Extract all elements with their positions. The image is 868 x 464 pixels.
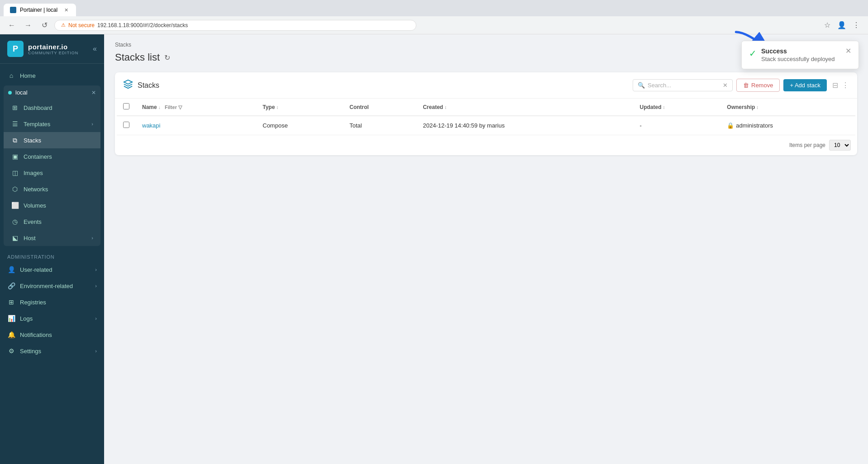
sidebar-item-settings[interactable]: ⚙ Settings › <box>0 343 104 359</box>
dashboard-icon: ⊞ <box>11 104 19 112</box>
items-per-page-select[interactable]: 10 25 50 <box>829 140 851 151</box>
security-icon: ⚠ <box>61 22 66 28</box>
name-sort-icon[interactable]: ↓ <box>158 105 161 110</box>
local-section: local ✕ ⊞ Dashboard ☰ Templates › ⧉ Stac… <box>4 85 100 246</box>
stack-name-link[interactable]: wakapi <box>142 122 160 129</box>
ownership-sort-icon[interactable]: ↕ <box>756 105 758 110</box>
notifications-icon: 🔔 <box>7 331 15 339</box>
back-button[interactable]: ← <box>5 19 18 32</box>
bookmark-button[interactable]: ☆ <box>821 19 834 32</box>
sidebar-item-events-label: Events <box>24 218 42 225</box>
sidebar-item-dashboard[interactable]: ⊞ Dashboard <box>4 99 100 116</box>
search-box: 🔍 ✕ <box>633 79 733 91</box>
host-chevron-icon: › <box>91 235 93 241</box>
add-stack-label: + Add stack <box>790 82 820 89</box>
stack-created: 2024-12-19 14:40:59 by marius <box>416 116 633 135</box>
stacks-panel: Stacks 🔍 ✕ 🗑 Remove + Add stack ⊟ <box>115 72 857 155</box>
sidebar-item-logs-label: Logs <box>20 315 33 322</box>
browser-actions: ☆ 👤 ⋮ <box>821 19 863 32</box>
local-close-button[interactable]: ✕ <box>91 90 96 96</box>
toast-message: Stack successfully deployed <box>761 56 837 62</box>
sidebar-item-volumes[interactable]: ⬜ Volumes <box>4 197 100 213</box>
environment-related-chevron-icon: › <box>95 283 97 289</box>
stack-control: Total <box>343 116 416 135</box>
sidebar-item-stacks[interactable]: ⧉ Stacks <box>4 132 100 148</box>
col-header-control: Control <box>343 99 416 116</box>
col-header-created: Created↕ <box>416 99 633 116</box>
sidebar-item-volumes-label: Volumes <box>24 202 46 209</box>
settings-chevron-icon: › <box>95 348 97 354</box>
tab-close-button[interactable]: ✕ <box>62 6 70 14</box>
sidebar-item-events[interactable]: ◷ Events <box>4 213 100 230</box>
stack-ownership: 🔒administrators <box>720 116 855 135</box>
updated-sort-icon[interactable]: ↕ <box>663 105 665 110</box>
sidebar-logo: P portainer.io COMMUNITY EDITION « <box>0 34 104 64</box>
local-status-dot <box>8 91 12 95</box>
type-sort-icon[interactable]: ↕ <box>276 105 278 110</box>
user-related-icon: 👤 <box>7 265 15 274</box>
sidebar-item-home[interactable]: ⌂ Home <box>0 67 104 84</box>
sidebar-item-images[interactable]: ◫ Images <box>4 165 100 181</box>
toast-close-button[interactable]: ✕ <box>845 47 851 55</box>
address-bar[interactable]: ⚠ Not secure 192.168.1.18:9000/#!/2/dock… <box>54 20 416 31</box>
search-icon: 🔍 <box>638 82 645 89</box>
sidebar: P portainer.io COMMUNITY EDITION « ⌂ Hom… <box>0 34 104 464</box>
select-all-checkbox[interactable] <box>123 103 129 109</box>
more-options-button[interactable]: ⋮ <box>842 81 849 90</box>
sidebar-item-environment-related[interactable]: 🔗 Environment-related › <box>0 278 104 294</box>
sidebar-item-templates[interactable]: ☰ Templates › <box>4 116 100 132</box>
sidebar-item-networks-label: Networks <box>24 186 48 193</box>
menu-button[interactable]: ⋮ <box>850 19 863 32</box>
environment-related-icon: 🔗 <box>7 282 15 290</box>
sidebar-item-images-label: Images <box>24 170 43 176</box>
sidebar-item-user-related[interactable]: 👤 User-related › <box>0 261 104 278</box>
logs-icon: 📊 <box>7 314 15 322</box>
search-clear-button[interactable]: ✕ <box>723 82 728 89</box>
items-per-page-label: Items per page <box>789 142 825 148</box>
name-filter-button[interactable]: Filter ▽ <box>165 104 182 110</box>
logo-icon: P <box>7 41 24 57</box>
sidebar-item-networks[interactable]: ⬡ Networks <box>4 181 100 197</box>
sidebar-item-registries-label: Registries <box>20 299 46 306</box>
toast-content: Success Stack successfully deployed <box>761 47 837 62</box>
add-stack-button[interactable]: + Add stack <box>783 79 827 91</box>
sidebar-item-registries[interactable]: ⊞ Registries <box>0 294 104 310</box>
sidebar-item-dashboard-label: Dashboard <box>24 104 52 111</box>
sidebar-item-host[interactable]: ⬕ Host › <box>4 230 100 246</box>
sidebar-item-containers[interactable]: ▣ Containers <box>4 148 100 165</box>
forward-button[interactable]: → <box>22 19 34 32</box>
admin-section-label: Administration <box>0 248 104 261</box>
events-icon: ◷ <box>11 218 19 226</box>
remove-icon: 🗑 <box>743 82 749 89</box>
created-sort-icon[interactable]: ↕ <box>444 105 447 110</box>
sidebar-collapse-button[interactable]: « <box>93 45 97 53</box>
main-content: Stacks Stacks list ↻ Stacks 🔍 <box>104 34 868 464</box>
settings-icon: ⚙ <box>7 347 15 355</box>
reload-button[interactable]: ↺ <box>38 19 51 32</box>
sidebar-item-containers-label: Containers <box>24 153 52 160</box>
sidebar-item-notifications[interactable]: 🔔 Notifications <box>0 327 104 343</box>
sidebar-item-logs[interactable]: 📊 Logs › <box>0 310 104 327</box>
sidebar-item-notifications-label: Notifications <box>20 331 52 338</box>
col-header-type: Type↕ <box>256 99 343 116</box>
stacks-panel-icon <box>123 79 133 91</box>
remove-label: Remove <box>751 82 773 89</box>
view-toggle-button[interactable]: ⊟ <box>832 81 838 90</box>
col-header-updated: Updated↕ <box>634 99 721 116</box>
remove-button[interactable]: 🗑 Remove <box>736 79 780 92</box>
sidebar-item-stacks-label: Stacks <box>24 137 41 144</box>
row-checkbox[interactable] <box>123 122 129 128</box>
refresh-button[interactable]: ↻ <box>164 53 170 62</box>
stack-type: Compose <box>256 116 343 135</box>
sidebar-item-user-related-label: User-related <box>20 266 52 273</box>
panel-header: Stacks 🔍 ✕ 🗑 Remove + Add stack ⊟ <box>115 72 857 99</box>
sidebar-nav: ⌂ Home local ✕ ⊞ Dashboard ☰ Templates › <box>0 64 104 464</box>
panel-actions: 🔍 ✕ 🗑 Remove + Add stack ⊟ ⋮ <box>633 79 849 92</box>
search-input[interactable] <box>648 82 720 89</box>
logo-edition: COMMUNITY EDITION <box>28 51 78 55</box>
networks-icon: ⬡ <box>11 185 19 193</box>
profile-button[interactable]: 👤 <box>835 19 848 32</box>
panel-title: Stacks <box>138 81 159 90</box>
templates-chevron-icon: › <box>91 121 93 127</box>
browser-tab[interactable]: Portainer | local ✕ <box>4 4 76 16</box>
